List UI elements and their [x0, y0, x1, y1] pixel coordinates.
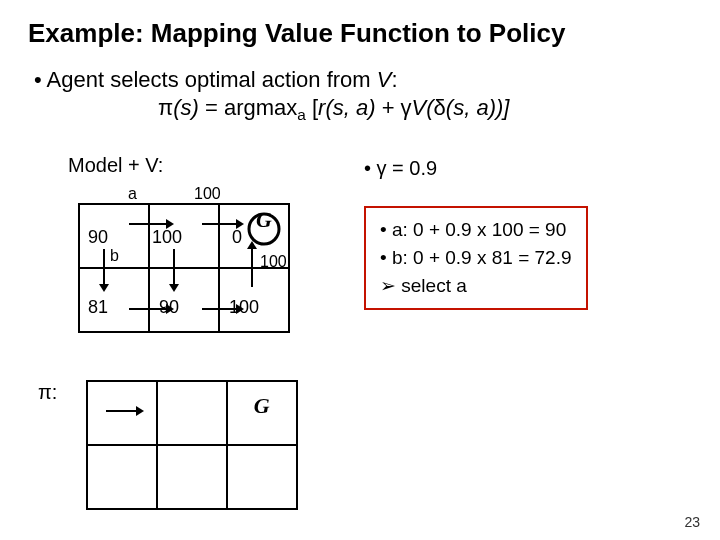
calc-box: • a: 0 + 0.9 x 100 = 90 • b: 0 + 0.9 x 8…	[364, 206, 588, 310]
calc-line-a: • a: 0 + 0.9 x 100 = 90	[380, 216, 572, 244]
slide-title: Example: Mapping Value Function to Polic…	[28, 18, 692, 49]
f-eq: = argmax	[199, 95, 297, 120]
pi-label: π:	[38, 381, 57, 404]
bullet-v: V	[377, 67, 392, 92]
f-sub: a	[297, 106, 306, 123]
val-bl: 81	[88, 297, 108, 318]
f-gamma: γ	[401, 95, 412, 120]
calc-b-val: 72.9	[535, 247, 572, 268]
pi-section: π: G	[38, 371, 692, 516]
gamma-line: • γ = 0.9	[364, 157, 588, 180]
val-tl: 90	[88, 227, 108, 248]
bullet-line: Agent selects optimal action from V:	[34, 67, 692, 93]
calc-b-pre: • b: 0 + 0.9 x 81 =	[380, 247, 535, 268]
edge-a: a	[128, 185, 137, 203]
val-tm: 100	[152, 227, 182, 248]
val-bm: 90	[159, 297, 179, 318]
gamma-prefix: •	[364, 157, 377, 179]
bullet-text: Agent selects optimal action from	[47, 67, 377, 92]
gamma-sym: γ	[377, 157, 387, 179]
edge-b: b	[110, 247, 119, 265]
calc-a-val: 90	[545, 219, 566, 240]
g-mark: G	[256, 207, 272, 233]
policy-formula: π(s) = argmaxa [r(s, a) + γV(δ(s, a))]	[158, 95, 692, 124]
calc-select-text: select a	[401, 275, 466, 296]
slide: Example: Mapping Value Function to Polic…	[0, 0, 720, 540]
pi-g-mark: G	[254, 393, 270, 419]
svg-marker-9	[99, 284, 109, 292]
calc-a-pre: • a: 0 + 0.9 x 100 =	[380, 219, 545, 240]
f-v: V(	[412, 95, 434, 120]
f-close: (s, a))]	[446, 95, 510, 120]
val-br: 100	[229, 297, 259, 318]
f-delta: δ	[434, 95, 446, 120]
f-s: (s)	[173, 95, 199, 120]
val-tr: 0	[232, 227, 242, 248]
gamma-val: = 0.9	[387, 157, 438, 179]
calc-select: ➢ select a	[380, 272, 572, 300]
f-pi: π	[158, 95, 173, 120]
right-column: • γ = 0.9 • a: 0 + 0.9 x 100 = 90 • b: 0…	[364, 157, 588, 339]
page-number: 23	[684, 514, 700, 530]
f-open: [	[306, 95, 318, 120]
edge-100-top: 100	[194, 185, 221, 203]
bullet-tail: :	[391, 67, 397, 92]
calc-arrow: ➢	[380, 275, 401, 296]
f-r: r(s, a)	[318, 95, 375, 120]
model-grid: 90 100 0 81 90 100 a 100 b 100 G	[74, 189, 304, 339]
content-row: 90 100 0 81 90 100 a 100 b 100 G • γ = 0…	[28, 183, 692, 339]
f-plus: +	[376, 95, 401, 120]
svg-marker-24	[136, 406, 144, 416]
svg-marker-11	[169, 284, 179, 292]
edge-100-mid: 100	[260, 253, 287, 271]
calc-line-b: • b: 0 + 0.9 x 81 = 72.9	[380, 244, 572, 272]
pi-grid: G	[82, 371, 302, 516]
